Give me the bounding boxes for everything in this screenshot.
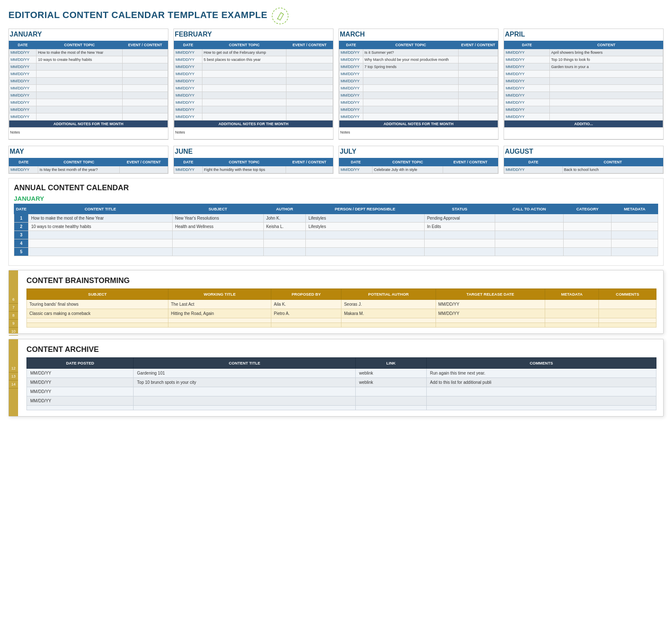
- notes-area-april: [504, 128, 663, 139]
- february-table: DATE CONTENT TOPIC EVENT / CONTENT MM/DD…: [174, 41, 333, 128]
- archive-title: CONTENT ARCHIVE: [26, 345, 656, 354]
- may-col-event: EVENT / CONTENT: [120, 158, 168, 166]
- may-table: DATE CONTENT TOPIC EVENT / CONTENT MM/DD…: [9, 158, 168, 173]
- table-row: 3: [14, 231, 658, 239]
- bs-col-metadata: METADATA: [545, 289, 599, 300]
- jan-col-topic: CONTENT TOPIC: [37, 41, 122, 49]
- month-title-june: JUNE: [174, 146, 333, 157]
- brainstorm-title: CONTENT BRAINSTORMING: [26, 276, 656, 285]
- table-row: MM/DD/YYFight the humidity with these to…: [174, 166, 333, 173]
- mar-col-topic: CONTENT TOPIC: [363, 41, 458, 49]
- table-row: MM/DD/YY: [174, 85, 333, 92]
- table-row: MM/DD/YY Top 10 brunch spots in your cit…: [27, 378, 656, 387]
- table-row: MM/DD/YY10 ways to create healthy habits: [9, 56, 168, 63]
- month-july: JULY DATE CONTENT TOPIC EVENT / CONTENT …: [339, 146, 499, 174]
- table-row: [27, 406, 656, 410]
- table-row: MM/DD/YYWhy March should be your most pr…: [339, 56, 498, 63]
- table-row: MM/DD/YY: [9, 78, 168, 85]
- bs-col-proposed-by: PROPOSED BY: [271, 289, 341, 300]
- brainstorm-sheet: 6 7 8 9 10 11 CONTENT BRAINSTORMING SUBJ…: [8, 270, 664, 334]
- table-row: MM/DD/YY: [174, 106, 333, 113]
- table-row: MM/DD/YYGarden tours in your a: [504, 63, 663, 71]
- month-title-february: FEBRUARY: [174, 29, 333, 40]
- table-row: MM/DD/YYIs May the best month of the yea…: [9, 166, 168, 173]
- jan-col-date: DATE: [9, 41, 37, 49]
- month-may: MAY DATE CONTENT TOPIC EVENT / CONTENT M…: [8, 146, 168, 174]
- feb-col-topic: CONTENT TOPIC: [202, 41, 286, 49]
- jun-col-topic: CONTENT TOPIC: [202, 158, 286, 166]
- table-row: MM/DD/YY: [339, 99, 498, 106]
- aug-col-content: CONTENT: [562, 158, 663, 166]
- table-row: MM/DD/YY: [174, 99, 333, 106]
- table-row: MM/DD/YY: [504, 106, 663, 113]
- march-table: DATE CONTENT TOPIC EVENT / CONTENT MM/DD…: [339, 41, 498, 128]
- table-row: MM/DD/YY: [339, 106, 498, 113]
- brainstorm-table: SUBJECT WORKING TITLE PROPOSED BY POTENT…: [26, 288, 656, 328]
- monthly-grid-row2: MAY DATE CONTENT TOPIC EVENT / CONTENT M…: [8, 146, 664, 174]
- table-row: MM/DD/YY: [339, 71, 498, 78]
- month-august: AUGUST DATE CONTENT MM/DD/YYBack to scho…: [504, 146, 664, 174]
- table-row: MM/DD/YY5 best places to vacation this y…: [174, 56, 333, 63]
- jan-col-event: EVENT / CONTENT: [122, 41, 168, 49]
- main-container: EDITORIAL CONTENT CALENDAR TEMPLATE EXAM…: [0, 0, 672, 424]
- month-title-april: APRIL: [504, 29, 663, 40]
- feb-col-date: DATE: [174, 41, 202, 49]
- jul-col-date: DATE: [339, 158, 373, 166]
- annual-col-title: CONTENT TITLE: [29, 204, 173, 214]
- annual-col-person: PERSON / DEPT RESPONSIBLE: [306, 204, 424, 214]
- jun-col-date: DATE: [174, 158, 203, 166]
- table-row: MM/DD/YY: [504, 85, 663, 92]
- table-row: MM/DD/YY: [9, 99, 168, 106]
- notes-area-january: Notes: [9, 128, 168, 139]
- annual-col-category: CATEGORY: [564, 204, 612, 214]
- table-row: 2 10 ways to create healthy habits Healt…: [14, 223, 658, 231]
- notes-area-february: Notes: [174, 128, 333, 139]
- table-row: Classic cars making a comeback Hitting t…: [27, 309, 656, 318]
- table-row: MM/DD/YY: [9, 85, 168, 92]
- month-title-january: JANUARY: [9, 29, 168, 40]
- table-row: MM/DD/YY Gardening 101 weblink Run again…: [27, 369, 656, 378]
- bs-col-target-date: TARGET RELEASE DATE: [436, 289, 545, 300]
- table-row: 1 How to make the most of the New Year N…: [14, 214, 658, 223]
- bs-col-comments: COMMENTS: [599, 289, 656, 300]
- page-title: EDITORIAL CONTENT CALENDAR TEMPLATE EXAM…: [8, 10, 268, 21]
- pencil-icon: [272, 8, 289, 24]
- arc-col-title: CONTENT TITLE: [134, 358, 356, 369]
- aug-col-date: DATE: [504, 158, 563, 166]
- table-row: [27, 318, 656, 323]
- table-row: MM/DD/YYHow to get out of the February s…: [174, 49, 333, 56]
- mar-col-event: EVENT / CONTENT: [458, 41, 498, 49]
- month-title-august: AUGUST: [504, 146, 663, 157]
- table-row: [27, 323, 656, 328]
- table-row: MM/DD/YYHow to make the most of the New …: [9, 49, 168, 56]
- table-row: MM/DD/YY: [174, 113, 333, 121]
- notes-label: ADDITIONAL NOTES FOR THE MONTH: [339, 121, 498, 128]
- feb-col-event: EVENT / CONTENT: [286, 41, 333, 49]
- arc-col-link: LINK: [355, 358, 426, 369]
- table-row: MM/DD/YYCelebrate July 4th in style: [339, 166, 498, 173]
- table-row: MM/DD/YY: [339, 85, 498, 92]
- table-row: MM/DD/YY: [504, 99, 663, 106]
- table-row: MM/DD/YY: [174, 92, 333, 99]
- table-row: MM/DD/YY: [27, 396, 656, 406]
- annual-col-metadata: METADATA: [612, 204, 658, 214]
- annual-table: DATE CONTENT TITLE SUBJECT AUTHOR PERSON…: [14, 204, 658, 256]
- month-june: JUNE DATE CONTENT TOPIC EVENT / CONTENT …: [173, 146, 333, 174]
- table-row: MM/DD/YY7 top Spring trends: [339, 63, 498, 71]
- table-row: MM/DD/YY: [9, 63, 168, 71]
- month-march: MARCH DATE CONTENT TOPIC EVENT / CONTENT…: [339, 29, 499, 140]
- table-row: MM/DD/YY: [9, 113, 168, 121]
- month-january: JANUARY DATE CONTENT TOPIC EVENT / CONTE…: [8, 29, 168, 140]
- mar-col-date: DATE: [339, 41, 363, 49]
- annual-calendar-sheet: ANNUAL CONTENT CALENDAR JANUARY DATE CON…: [8, 178, 664, 266]
- june-table: DATE CONTENT TOPIC EVENT / CONTENT MM/DD…: [174, 158, 333, 173]
- table-row: MM/DD/YY: [339, 113, 498, 121]
- month-february: FEBRUARY DATE CONTENT TOPIC EVENT / CONT…: [173, 29, 333, 140]
- bs-col-potential-author: POTENTIAL AUTHOR: [341, 289, 436, 300]
- table-row: MM/DD/YY: [9, 71, 168, 78]
- arc-col-comments: COMMENTS: [426, 358, 656, 369]
- may-col-topic: CONTENT TOPIC: [38, 158, 120, 166]
- table-row: 5: [14, 248, 658, 256]
- month-april: APRIL DATE CONTENT MM/DD/YYApril showers…: [504, 29, 664, 140]
- annual-col-author: AUTHOR: [263, 204, 306, 214]
